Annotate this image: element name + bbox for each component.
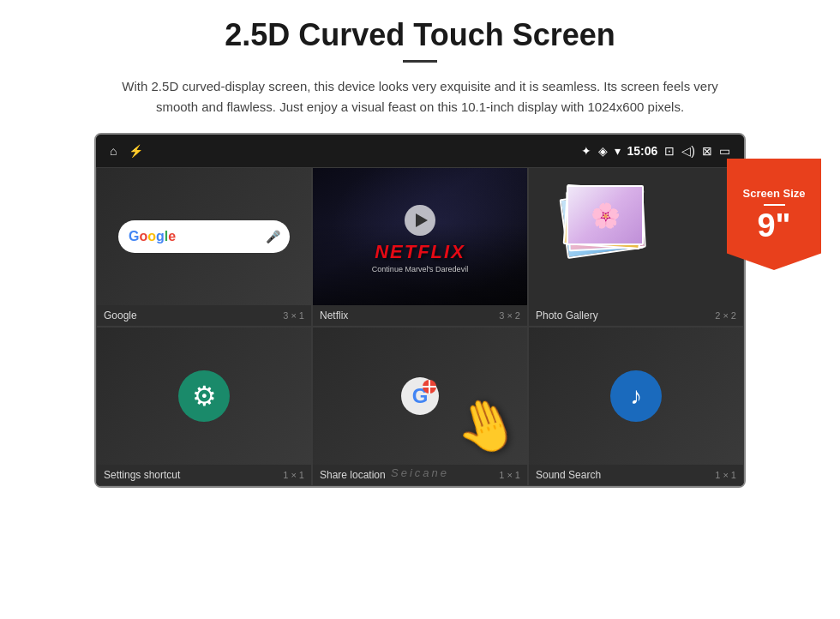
- netflix-app-content: NETFLIX Continue Marvel's Daredevil: [313, 168, 527, 305]
- status-bar: ⌂ ⚡ ✦ ◈ ▾ 15:06 ⊡ ◁) ⊠ ▭: [96, 135, 744, 167]
- netflix-label-bar: Netflix 3 × 2: [313, 305, 527, 326]
- play-button[interactable]: [405, 205, 435, 236]
- gallery-app-content: 🌸: [529, 168, 743, 305]
- close-icon[interactable]: ⊠: [702, 144, 712, 158]
- hand-touch-icon: 🤚: [446, 386, 527, 465]
- badge-divider: [764, 204, 785, 206]
- location-icon: ◈: [598, 144, 608, 158]
- music-note-icon: ♪: [630, 382, 642, 410]
- google-label-size: 3 × 1: [283, 310, 304, 321]
- netflix-content: NETFLIX Continue Marvel's Daredevil: [372, 200, 468, 273]
- seicane-watermark: Seicane: [391, 466, 449, 479]
- sound-icon-circle: ♪: [610, 370, 662, 422]
- home-icon[interactable]: ⌂: [110, 144, 117, 158]
- mic-icon[interactable]: 🎤: [266, 230, 279, 243]
- app-grid: Google 🎤 Google 3 × 1: [96, 167, 744, 486]
- settings-bg: ⚙ ⚙: [97, 328, 311, 465]
- volume-icon: ◁): [681, 144, 695, 158]
- netflix-subtitle: Continue Marvel's Daredevil: [372, 265, 468, 273]
- netflix-label-name: Netflix: [320, 310, 348, 322]
- sound-bg: ♪ ♪: [529, 328, 743, 465]
- share-label-size: 1 × 1: [499, 470, 520, 480]
- netflix-bg: NETFLIX Continue Marvel's Daredevil: [313, 168, 527, 305]
- share-label-name: Share location: [320, 469, 386, 481]
- status-bar-right: ✦ ◈ ▾ 15:06 ⊡ ◁) ⊠ ▭: [581, 144, 730, 158]
- sound-label-bar: Sound Search 1 × 1: [529, 465, 743, 485]
- maps-icon: G: [397, 373, 444, 420]
- settings-label-bar: Settings shortcut 1 × 1: [97, 465, 311, 485]
- google-app-content: Google 🎤: [97, 168, 311, 305]
- bluetooth-icon: ✦: [581, 144, 591, 158]
- device-frame: ⌂ ⚡ ✦ ◈ ▾ 15:06 ⊡ ◁) ⊠ ▭: [94, 133, 746, 488]
- sound-app-cell[interactable]: ♪ ♪ Sound Search 1 × 1: [528, 327, 744, 486]
- usb-icon: ⚡: [129, 144, 143, 158]
- sound-app-content: ♪ ♪: [529, 328, 743, 465]
- google-bg: Google 🎤: [97, 168, 311, 305]
- share-bg: G 🤚: [313, 328, 527, 465]
- stacked-photos: 🌸: [529, 168, 743, 305]
- badge-size: 9": [757, 209, 790, 242]
- gallery-app-cell[interactable]: 🌸 Photo Gallery 2 × 2: [528, 167, 744, 327]
- share-app-content: G 🤚: [313, 328, 527, 465]
- settings-label-name: Settings shortcut: [104, 469, 180, 481]
- google-label-name: Google: [104, 310, 137, 322]
- google-label-bar: Google 3 × 1: [97, 305, 311, 326]
- status-bar-left: ⌂ ⚡: [110, 144, 143, 158]
- netflix-logo: NETFLIX: [372, 241, 468, 263]
- settings-app-cell[interactable]: ⚙ ⚙ Settings shortcut 1 × 1: [96, 327, 312, 486]
- stack-photo-front: 🌸: [567, 185, 644, 245]
- title-divider: [403, 60, 437, 63]
- share-app-cell[interactable]: G 🤚 Share location 1 × 1: [312, 327, 528, 486]
- google-app-cell[interactable]: Google 🎤 Google 3 × 1: [96, 167, 312, 327]
- gallery-label-bar: Photo Gallery 2 × 2: [529, 305, 743, 326]
- sound-label-name: Sound Search: [536, 469, 601, 481]
- netflix-label-size: 3 × 2: [499, 310, 520, 321]
- gallery-label-size: 2 × 2: [715, 310, 736, 321]
- wifi-icon: ▾: [615, 144, 621, 158]
- google-search-bar[interactable]: Google 🎤: [118, 220, 290, 253]
- gear-icon: ⚙: [192, 380, 217, 412]
- camera-icon: ⊡: [664, 144, 675, 158]
- settings-app-content: ⚙ ⚙: [97, 328, 311, 465]
- page-title: 2.5D Curved Touch Screen: [225, 17, 615, 53]
- sound-label-size: 1 × 1: [715, 470, 736, 480]
- screen-size-badge: Screen Size 9": [727, 159, 821, 270]
- google-logo: Google: [129, 229, 176, 244]
- netflix-app-cell[interactable]: NETFLIX Continue Marvel's Daredevil Netf…: [312, 167, 528, 327]
- badge-title: Screen Size: [743, 187, 806, 201]
- gallery-label-name: Photo Gallery: [536, 310, 598, 322]
- flower-icon: 🌸: [591, 201, 621, 230]
- window-icon[interactable]: ▭: [719, 144, 730, 158]
- play-triangle-icon: [416, 213, 428, 227]
- time-display: 15:06: [627, 144, 658, 158]
- page-container: 2.5D Curved Touch Screen With 2.5D curve…: [0, 0, 840, 619]
- settings-label-size: 1 × 1: [283, 470, 304, 480]
- page-description: With 2.5D curved-display screen, this de…: [111, 76, 729, 117]
- settings-icon-circle: ⚙: [178, 370, 230, 422]
